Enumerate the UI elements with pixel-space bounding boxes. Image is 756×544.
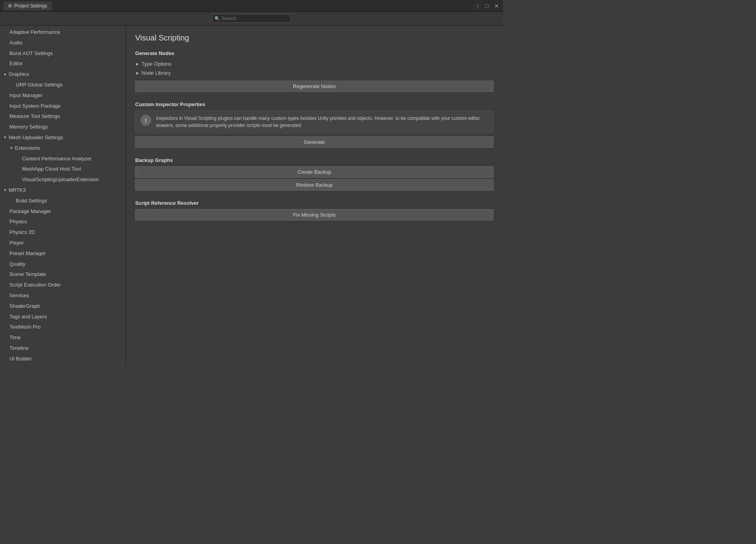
sidebar-item-input-manager[interactable]: Input Manager bbox=[0, 90, 125, 101]
regenerate-nodes-button[interactable]: Regenerate Nodes bbox=[135, 81, 494, 92]
sidebar-item-player[interactable]: Player bbox=[0, 238, 125, 248]
sidebar-item-audio[interactable]: Audio bbox=[0, 38, 125, 48]
content-area: Visual Scripting Generate Nodes ▶ Type O… bbox=[126, 26, 503, 365]
sidebar-item-visual-scripting-ext[interactable]: VisualScriptingUploaderExtension bbox=[0, 175, 125, 185]
script-reference-label: Script Reference Resolver bbox=[135, 200, 494, 206]
sidebar-item-measure-tool[interactable]: Measure Tool Settings bbox=[0, 111, 125, 122]
search-icon: 🔍 bbox=[215, 16, 220, 21]
sidebar-item-label-extensions: Extensions bbox=[15, 144, 40, 153]
sidebar-item-physics-2d[interactable]: Physics 2D bbox=[0, 227, 125, 238]
search-input[interactable] bbox=[212, 14, 291, 23]
sidebar-item-label-mesh-uploader: Mesh Uploader Settings bbox=[9, 134, 63, 142]
extensions-arrow-icon: ▼ bbox=[9, 145, 13, 151]
restore-backup-button[interactable]: Restore Backup bbox=[135, 179, 494, 191]
sidebar-item-label-graphics: Graphics bbox=[9, 70, 29, 79]
restore-icon[interactable]: □ bbox=[484, 3, 490, 9]
sidebar-item-shader-graph[interactable]: ShaderGraph bbox=[0, 301, 125, 312]
node-library-label: Node Library bbox=[141, 70, 171, 76]
sidebar-item-input-system-package[interactable]: Input System Package bbox=[0, 101, 125, 112]
info-text: Inspectors in Visual Scripting plugins c… bbox=[156, 115, 488, 129]
sidebar-item-urp-global[interactable]: URP Global Settings bbox=[0, 80, 125, 90]
sidebar-group-extensions[interactable]: ▼Extensions bbox=[0, 143, 125, 154]
menu-icon[interactable]: ⋮ bbox=[475, 3, 481, 9]
close-icon[interactable]: ✕ bbox=[494, 3, 500, 9]
sidebar-item-timeline[interactable]: Timeline bbox=[0, 343, 125, 354]
script-reference-section: Script Reference Resolver Fix Missing Sc… bbox=[135, 200, 494, 222]
sidebar-item-ui-builder[interactable]: UI Builder bbox=[0, 354, 125, 364]
sidebar-item-services[interactable]: Services bbox=[0, 290, 125, 301]
sidebar-item-tags-layers[interactable]: Tags and Layers bbox=[0, 312, 125, 322]
type-options-arrow: ▶ bbox=[136, 62, 139, 66]
type-options-label: Type Options bbox=[141, 61, 172, 67]
sidebar-item-script-execution[interactable]: Script Execution Order bbox=[0, 280, 125, 290]
sidebar-item-editor[interactable]: Editor bbox=[0, 59, 125, 69]
node-library-row[interactable]: ▶ Node Library bbox=[135, 68, 494, 77]
window-title: Project Settings bbox=[14, 3, 47, 9]
sidebar-item-build-settings[interactable]: Build Settings bbox=[0, 196, 125, 206]
sidebar-group-mesh-uploader[interactable]: ▼Mesh Uploader Settings bbox=[0, 132, 125, 143]
sidebar-item-time[interactable]: Time bbox=[0, 333, 125, 343]
generate-button[interactable]: Generate bbox=[135, 136, 494, 148]
search-wrap: 🔍 bbox=[212, 14, 291, 23]
sidebar-item-meshapp-cloud[interactable]: MeshApp Cloud Host Tool bbox=[0, 164, 125, 175]
sidebar-item-memory-settings[interactable]: Memory Settings bbox=[0, 122, 125, 132]
node-library-arrow: ▶ bbox=[136, 71, 139, 75]
title-bar-controls: ⋮ □ ✕ bbox=[475, 3, 500, 9]
main-layout: Adaptive PerformanceAudioBurst AOT Setti… bbox=[0, 26, 503, 365]
sidebar-item-burst-aot[interactable]: Burst AOT Settings bbox=[0, 48, 125, 59]
backup-graphs-label: Backup Graphs bbox=[135, 157, 494, 163]
sidebar-item-label-mrtk3: MRTK3 bbox=[9, 186, 26, 195]
generate-nodes-label: Generate Nodes bbox=[135, 50, 494, 56]
generate-nodes-section: Generate Nodes ▶ Type Options ▶ Node Lib… bbox=[135, 50, 494, 94]
backup-graphs-section: Backup Graphs Create Backup Restore Back… bbox=[135, 157, 494, 192]
sidebar: Adaptive PerformanceAudioBurst AOT Setti… bbox=[0, 26, 126, 365]
title-bar: ⚙ Project Settings ⋮ □ ✕ bbox=[0, 0, 503, 12]
sidebar-item-adaptive-performance[interactable]: Adaptive Performance bbox=[0, 27, 125, 38]
sidebar-item-content-perf[interactable]: Content Performance Analyzer bbox=[0, 154, 125, 164]
sidebar-item-quality[interactable]: Quality bbox=[0, 259, 125, 270]
page-title: Visual Scripting bbox=[135, 33, 494, 42]
sidebar-item-scene-template[interactable]: Scene Template bbox=[0, 269, 125, 280]
sidebar-item-package-manager[interactable]: Package Manager bbox=[0, 206, 125, 217]
create-backup-button[interactable]: Create Backup bbox=[135, 166, 494, 178]
fix-missing-scripts-button[interactable]: Fix Missing Scripts bbox=[135, 209, 494, 221]
info-box: ! Inspectors in Visual Scripting plugins… bbox=[135, 110, 494, 133]
sidebar-item-physics[interactable]: Physics bbox=[0, 217, 125, 227]
mesh-uploader-arrow-icon: ▼ bbox=[3, 134, 7, 141]
search-bar: 🔍 bbox=[0, 12, 503, 26]
sidebar-item-version-control[interactable]: Version Control bbox=[0, 364, 125, 365]
title-bar-left: ⚙ Project Settings bbox=[3, 2, 52, 10]
type-options-row[interactable]: ▶ Type Options bbox=[135, 59, 494, 68]
mrtk3-arrow-icon: ▼ bbox=[3, 187, 7, 193]
sidebar-item-preset-manager[interactable]: Preset Manager bbox=[0, 248, 125, 259]
settings-gear-icon: ⚙ bbox=[8, 3, 12, 9]
title-tab: ⚙ Project Settings bbox=[3, 2, 52, 10]
sidebar-item-textmesh-pro[interactable]: TextMesh Pro bbox=[0, 322, 125, 333]
warning-icon: ! bbox=[140, 115, 151, 126]
sidebar-group-mrtk3[interactable]: ▼MRTK3 bbox=[0, 185, 125, 196]
sidebar-group-graphics[interactable]: ▼Graphics bbox=[0, 69, 125, 80]
custom-inspector-section: Custom Inspector Properties ! Inspectors… bbox=[135, 101, 494, 149]
custom-inspector-label: Custom Inspector Properties bbox=[135, 101, 494, 107]
graphics-arrow-icon: ▼ bbox=[3, 72, 7, 78]
